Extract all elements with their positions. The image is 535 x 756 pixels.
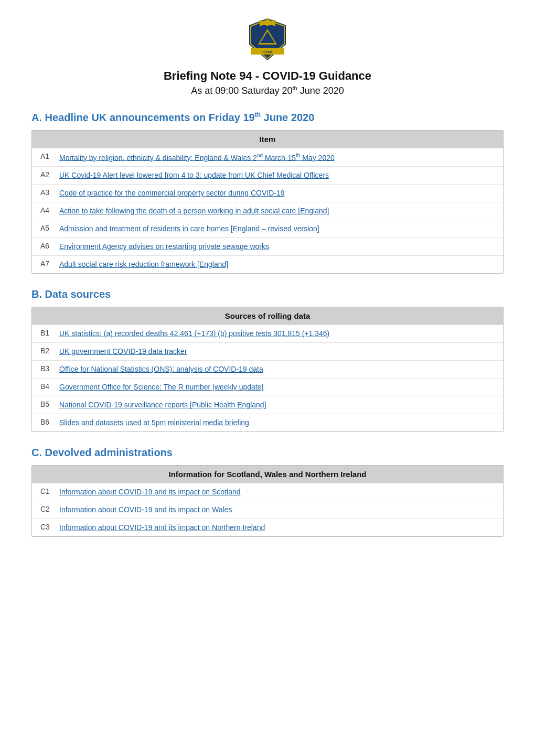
table-row: A7 Adult social care risk reduction fram… [32, 255, 503, 273]
row-id-c3: C3 [40, 522, 59, 531]
table-row: A2 UK Covid-19 Alert level lowered from … [32, 166, 503, 184]
row-id-a6: A6 [40, 241, 59, 250]
page-header: ICPEM Briefing Note 94 - COVID-19 Guidan… [31, 16, 504, 96]
link-b4[interactable]: Government Office for Science: The R num… [59, 382, 263, 393]
table-row: B6 Slides and datasets used at 5pm minis… [32, 414, 503, 431]
link-c2[interactable]: Information about COVID-19 and its impac… [59, 504, 232, 515]
table-row: C1 Information about COVID-19 and its im… [32, 483, 503, 501]
table-row: C3 Information about COVID-19 and its im… [32, 519, 503, 536]
logo-icon: ICPEM [244, 16, 291, 63]
section-b-table: Sources of rolling data B1 UK statistics… [31, 307, 504, 432]
row-id-a5: A5 [40, 223, 59, 232]
svg-rect-5 [273, 20, 275, 26]
row-id-c1: C1 [40, 487, 59, 495]
link-a7[interactable]: Adult social care risk reduction framewo… [59, 259, 228, 270]
link-b5[interactable]: National COVID-19 surveillance reports [… [59, 399, 266, 411]
svg-rect-3 [260, 20, 262, 26]
section-a-table: Item A1 Mortality by religion, ethnicity… [31, 130, 504, 274]
table-row: A3 Code of practice for the commercial p… [32, 184, 503, 202]
section-b-heading: B. Data sources [31, 288, 504, 300]
svg-text:ICPEM: ICPEM [262, 50, 272, 53]
table-row: B5 National COVID-19 surveillance report… [32, 396, 503, 414]
link-a6[interactable]: Environment Agency advises on restarting… [59, 241, 269, 252]
svg-rect-4 [266, 18, 269, 26]
link-a4[interactable]: Action to take following the death of a … [59, 206, 329, 217]
row-id-b6: B6 [40, 417, 59, 426]
row-id-b2: B2 [40, 346, 59, 355]
row-id-a7: A7 [40, 259, 59, 268]
row-id-a2: A2 [40, 170, 59, 179]
section-c-heading: C. Devolved administrations [31, 447, 504, 459]
section-c-table: Information for Scotland, Wales and Nort… [31, 465, 504, 537]
table-row: A6 Environment Agency advises on restart… [32, 237, 503, 255]
link-a1[interactable]: Mortality by religion, ethnicity & disab… [59, 152, 335, 164]
table-row: A5 Admission and treatment of residents … [32, 220, 503, 237]
row-id-b1: B1 [40, 328, 59, 337]
link-a2[interactable]: UK Covid-19 Alert level lowered from 4 t… [59, 170, 329, 181]
row-id-c2: C2 [40, 504, 59, 513]
link-a5[interactable]: Admission and treatment of residents in … [59, 223, 319, 234]
link-b1[interactable]: UK statistics: (a) recorded deaths 42,46… [59, 328, 329, 339]
section-b-table-header: Sources of rolling data [32, 307, 503, 325]
table-row: C2 Information about COVID-19 and its im… [32, 501, 503, 519]
section-a-heading: A. Headline UK announcements on Friday 1… [31, 111, 504, 124]
link-b3[interactable]: Office for National Statistics (ONS): an… [59, 364, 263, 375]
section-a-table-header: Item [32, 131, 503, 148]
table-row: A1 Mortality by religion, ethnicity & di… [32, 148, 503, 167]
row-id-b5: B5 [40, 399, 59, 408]
row-id-a4: A4 [40, 206, 59, 214]
table-row: B3 Office for National Statistics (ONS):… [32, 360, 503, 378]
row-id-a1: A1 [40, 152, 59, 160]
row-id-b4: B4 [40, 382, 59, 391]
link-c1[interactable]: Information about COVID-19 and its impac… [59, 487, 241, 498]
section-c-table-header: Information for Scotland, Wales and Nort… [32, 466, 503, 483]
table-row: B4 Government Office for Science: The R … [32, 378, 503, 396]
page-title: Briefing Note 94 - COVID-19 Guidance [31, 69, 504, 83]
table-row: A4 Action to take following the death of… [32, 202, 503, 220]
table-row: B2 UK government COVID-19 data tracker [32, 342, 503, 360]
link-b2[interactable]: UK government COVID-19 data tracker [59, 346, 187, 357]
page-subtitle: As at 09:00 Saturday 20th June 2020 [31, 85, 504, 96]
row-id-b3: B3 [40, 364, 59, 373]
link-c3[interactable]: Information about COVID-19 and its impac… [59, 522, 265, 533]
link-a3[interactable]: Code of practice for the commercial prop… [59, 188, 285, 199]
link-b6[interactable]: Slides and datasets used at 5pm minister… [59, 417, 249, 428]
row-id-a3: A3 [40, 188, 59, 197]
table-row: B1 UK statistics: (a) recorded deaths 42… [32, 325, 503, 342]
